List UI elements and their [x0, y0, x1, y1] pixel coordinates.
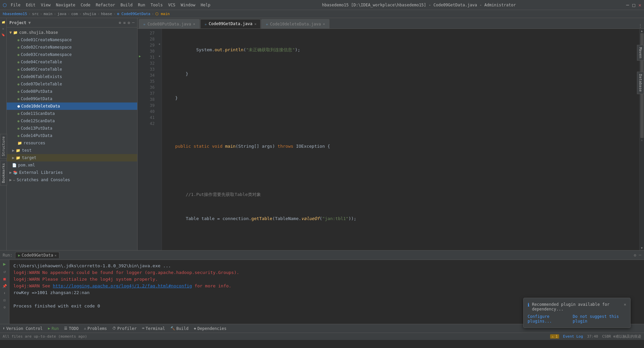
run-button[interactable]: ▶ Run	[48, 326, 59, 331]
menu-view[interactable]: View	[40, 2, 52, 8]
breadcrumb-class[interactable]: ⚙ Code09GetData	[117, 12, 150, 16]
run-minimize-icon[interactable]: ─	[639, 253, 641, 258]
run-settings-icon[interactable]: ⚙	[634, 253, 636, 258]
tree-item-resources[interactable]: 📁 resources	[7, 139, 137, 147]
maximize-button[interactable]: □	[632, 2, 635, 8]
breadcrumb-src[interactable]: src	[32, 12, 39, 16]
breadcrumb-method[interactable]: ⬡ main	[155, 12, 170, 16]
tree-item-code11[interactable]: ● Code11ScanData	[7, 110, 137, 117]
close-button[interactable]: ✕	[639, 2, 641, 8]
tab-code09[interactable]: ☕ Code09GetData.java ✕	[200, 19, 261, 28]
tab-code08-close[interactable]: ✕	[193, 22, 195, 26]
project-dropdown[interactable]: ▼	[29, 20, 31, 25]
run-gear-icon[interactable]: ⚙	[3, 305, 6, 309]
run-rerun-icon[interactable]: ↺	[3, 269, 6, 274]
code-content[interactable]: System.out.println("未正确获取到连接信息"); } } pu…	[162, 29, 639, 250]
run-filter-icon[interactable]: ⊟	[3, 298, 6, 302]
tree-item-code13[interactable]: ● Code13PutData	[7, 125, 137, 132]
run-pin-icon[interactable]: 📌	[2, 284, 7, 288]
menu-tools[interactable]: Tools	[149, 2, 164, 8]
tree-item-code07[interactable]: ● Code07DeleteTable	[7, 80, 137, 88]
run-tab-code09[interactable]: ▶ Code09GetData ✕	[15, 252, 60, 258]
minimize-panel-icon[interactable]: ─	[132, 20, 135, 25]
build-button[interactable]: 🔨 Build	[170, 326, 189, 331]
project-icon[interactable]: 📁	[2, 21, 5, 24]
tree-item-code12[interactable]: ● Code12ScanData	[7, 117, 137, 125]
tab-code10[interactable]: ☕ Code10deleteData.java ✕	[261, 19, 329, 28]
tab-code09-close[interactable]: ✕	[254, 22, 256, 26]
tree-item-code06[interactable]: ● Code06TableExists	[7, 73, 137, 80]
tree-item-external-libs[interactable]: ▶ 📚 External Libraries	[7, 169, 137, 176]
version-control-button[interactable]: ⬆ Version Control	[3, 326, 43, 331]
code-line-32	[165, 167, 637, 173]
run-scroll-icon[interactable]: ⬇	[3, 291, 6, 295]
bookmarks-icon[interactable]: 🔖	[1, 33, 5, 37]
breadcrumb-project[interactable]: hbasedemo15	[3, 12, 27, 16]
tree-item-code02[interactable]: ● Code02CreateNamespace	[7, 44, 137, 51]
menu-code[interactable]: Code	[79, 2, 92, 8]
todo-button[interactable]: ☰ TODO	[64, 326, 78, 331]
settings-icon[interactable]: ⚙	[128, 20, 130, 25]
notification-icon: ℹ	[528, 302, 529, 307]
event-log-link[interactable]: Event Log	[563, 334, 583, 339]
database-tab[interactable]: Database	[637, 72, 644, 94]
locate-icon[interactable]: ⊕	[119, 20, 121, 25]
tab-code10-close[interactable]: ✕	[323, 22, 325, 26]
notification-close-button[interactable]: ✕	[624, 302, 626, 307]
tree-item-code08[interactable]: ● Code08PutData	[7, 88, 137, 95]
menu-window[interactable]: Window	[179, 2, 197, 8]
dismiss-suggestion-link[interactable]: Do not suggest this plugin	[573, 314, 626, 324]
notification-popup: ℹ Recommended plugin available for depen…	[523, 298, 631, 328]
tree-item-target[interactable]: ▶ 📁 target	[7, 154, 137, 161]
file-icon-code10: ☕	[266, 22, 268, 26]
run-stop-icon[interactable]: ■	[3, 277, 6, 281]
menu-refactor[interactable]: Refactor	[94, 2, 116, 8]
tab-code08[interactable]: ☕ Code08PutData.java ✕	[139, 19, 200, 28]
tree-item-scratches[interactable]: ▶ ✏ Scratches and Consoles	[7, 176, 137, 184]
log-link[interactable]: http://logging.apache.org/log4j/1.2/faq.…	[53, 283, 192, 288]
tab-more-button[interactable]: ⋮	[638, 23, 643, 28]
menu-edit[interactable]: Edit	[24, 2, 37, 8]
project-tree: ▼ 📁 com.shujia.hbase ● Code01CreateNames…	[7, 27, 137, 250]
run-output-line-1: C:\Users\jiehaowen\.jdks\corretto-1.8.0_…	[13, 263, 640, 269]
run-gutter-icon-31[interactable]: ▶	[139, 54, 141, 58]
code-line-34: Table table = connection.getTable(TableN…	[165, 216, 637, 222]
menu-help[interactable]: Help	[199, 2, 212, 8]
tree-item-code14[interactable]: ● Code14PutData	[7, 132, 137, 139]
menu-vcs[interactable]: VCS	[167, 2, 177, 8]
menu-navigate[interactable]: Navigate	[55, 2, 77, 8]
menu-file[interactable]: File	[9, 2, 22, 8]
maven-tab[interactable]: Maven	[637, 45, 644, 61]
problems-button[interactable]: ⚠ Problems	[84, 326, 107, 331]
tree-item-code09[interactable]: ● Code09GetData	[7, 95, 137, 102]
tree-item-code05[interactable]: ● Code05CreateTable	[7, 66, 137, 73]
breadcrumb-hbase[interactable]: hbase	[101, 12, 112, 16]
bookmarks-vertical-tab[interactable]: Bookmarks	[0, 161, 7, 186]
breadcrumb-java[interactable]: java	[57, 12, 66, 16]
breadcrumb-shujia[interactable]: shujia	[83, 12, 96, 16]
configure-plugins-link[interactable]: Configure plugins...	[528, 314, 569, 324]
collapse-icon[interactable]: ≡	[123, 20, 125, 25]
minimize-button[interactable]: ─	[626, 2, 629, 8]
run-tab-close[interactable]: ✕	[54, 254, 56, 257]
structure-icon[interactable]: ≡	[2, 27, 4, 30]
tree-item-code01[interactable]: ● Code01CreateNamespace	[7, 36, 137, 44]
todo-label: TODO	[69, 326, 78, 331]
tree-item-code03[interactable]: ● Code03CreateNamespace	[7, 51, 137, 58]
profiler-button[interactable]: ⏱ Profiler	[112, 326, 137, 331]
tree-item-root[interactable]: ▼ 📁 com.shujia.hbase	[7, 29, 137, 36]
tree-item-test[interactable]: ▶ 📁 test	[7, 147, 137, 154]
tree-item-pom[interactable]: 📄 pom.xml	[7, 161, 137, 169]
minimap-scrollbar[interactable]: ▲ ⚠ ▼	[639, 29, 644, 250]
dependencies-button[interactable]: ◈ Dependencies	[194, 326, 226, 331]
tree-item-code04[interactable]: ● Code04CreateTable	[7, 58, 137, 66]
menu-build[interactable]: Build	[119, 2, 134, 8]
breadcrumb-main[interactable]: main	[44, 12, 53, 16]
terminal-button[interactable]: ⌨ Terminal	[142, 326, 165, 331]
structure-vertical-tab[interactable]: Structure	[0, 134, 7, 159]
run-output-line-4: log4j:WARN See http://logging.apache.org…	[13, 283, 640, 289]
breadcrumb-com[interactable]: com	[71, 12, 78, 16]
menu-run[interactable]: Run	[137, 2, 147, 8]
tree-item-code10[interactable]: ● Code10deleteData	[7, 102, 137, 110]
run-play-button[interactable]: ▶	[3, 261, 6, 267]
